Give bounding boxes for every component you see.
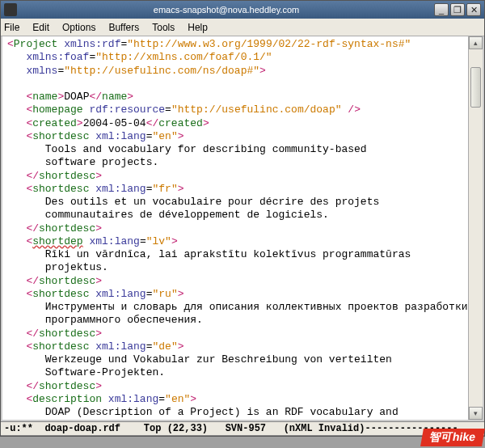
mode-line-text: -u:** doap-doap.rdf Top (22,33) SVN-957 … bbox=[4, 423, 458, 434]
text-buffer[interactable]: <Project xmlns:rdf="http://www.w3.org/19… bbox=[2, 36, 468, 420]
window-title: emacs-snapshot@nova.heddley.com bbox=[20, 5, 432, 15]
close-button[interactable]: ✕ bbox=[466, 3, 481, 16]
menu-edit[interactable]: Edit bbox=[32, 22, 49, 33]
menubar: File Edit Options Buffers Tools Help bbox=[1, 19, 484, 36]
maximize-button[interactable]: ❐ bbox=[450, 3, 465, 16]
emacs-window: emacs-snapshot@nova.heddley.com _ ❐ ✕ Fi… bbox=[0, 0, 485, 437]
editor-area: <Project xmlns:rdf="http://www.w3.org/19… bbox=[1, 36, 484, 421]
titlebar[interactable]: emacs-snapshot@nova.heddley.com _ ❐ ✕ bbox=[1, 1, 484, 19]
scroll-up-arrow-icon[interactable]: ▴ bbox=[469, 36, 483, 49]
minimize-button[interactable]: _ bbox=[434, 3, 449, 16]
vertical-scrollbar[interactable]: ▴ ▾ bbox=[468, 36, 483, 420]
menu-buffers[interactable]: Buffers bbox=[108, 22, 139, 33]
invalid-tag: shortdep bbox=[32, 235, 82, 247]
app-icon bbox=[4, 3, 17, 16]
scroll-thumb[interactable] bbox=[470, 67, 481, 108]
menu-help[interactable]: Help bbox=[188, 22, 208, 33]
scroll-down-arrow-icon[interactable]: ▾ bbox=[469, 407, 483, 420]
mode-line: -u:** doap-doap.rdf Top (22,33) SVN-957 … bbox=[1, 421, 484, 436]
menu-tools[interactable]: Tools bbox=[152, 22, 175, 33]
menu-file[interactable]: File bbox=[4, 22, 19, 33]
watermark: 智可hike bbox=[420, 429, 485, 446]
menu-options[interactable]: Options bbox=[62, 22, 95, 33]
scroll-track[interactable] bbox=[469, 49, 483, 407]
